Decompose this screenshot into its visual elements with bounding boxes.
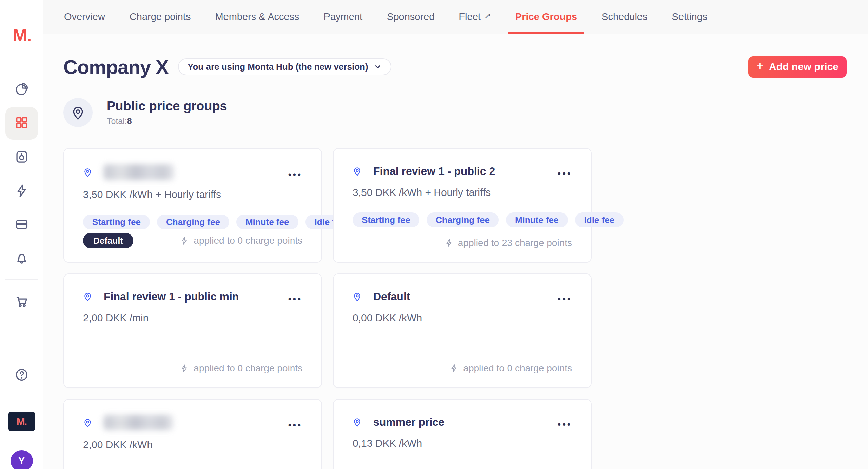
section-header: Public price groups Total:8 — [63, 98, 847, 127]
content: Company X You are using Monta Hub (the n… — [43, 34, 868, 469]
sidebar-item-payments[interactable] — [5, 209, 38, 241]
section-total: Total:8 — [107, 116, 227, 126]
top-navigation: Overview Charge points Members & Access … — [43, 0, 868, 34]
hub-version-dropdown[interactable]: You are using Monta Hub (the new version… — [178, 58, 391, 75]
shopping-cart-icon — [14, 294, 29, 310]
price-group-card[interactable]: 3,50 DKK /kWh + Hourly tariffs Starting … — [63, 148, 322, 263]
section-meta: Public price groups Total:8 — [107, 99, 227, 126]
card-price: 0,00 DKK /kWh — [353, 312, 572, 324]
sidebar-item-notifications[interactable] — [5, 242, 38, 275]
price-group-card[interactable]: Default 0,00 DKK /kWh applied to 0 charg… — [333, 273, 592, 388]
fee-tag: Charging fee — [427, 212, 499, 227]
chevron-down-icon — [374, 63, 382, 71]
tab-price-groups[interactable]: Price Groups — [508, 0, 584, 34]
applied-count: applied to 0 charge points — [194, 235, 302, 246]
tab-charge-points[interactable]: Charge points — [122, 0, 198, 34]
fee-tag: Minute fee — [506, 212, 568, 227]
location-pin-icon — [353, 166, 362, 176]
tab-settings[interactable]: Settings — [665, 0, 715, 34]
page-title: Company X — [63, 56, 169, 78]
blurred-card-title — [104, 164, 174, 180]
tab-schedules[interactable]: Schedules — [594, 0, 654, 34]
plus-icon: + — [756, 60, 764, 72]
applied-count: applied to 23 charge points — [458, 238, 572, 248]
lightning-icon — [179, 236, 190, 246]
help-icon — [14, 367, 29, 384]
card-title: Final review 1 - public 2 — [373, 165, 495, 178]
price-group-card[interactable]: Final review 1 - public min 2,00 DKK /mi… — [63, 273, 322, 388]
card-price: 2,00 DKK /kWh — [83, 439, 302, 450]
location-pin-icon — [83, 417, 92, 428]
main-area: Overview Charge points Members & Access … — [43, 0, 868, 469]
fee-tag: Charging fee — [157, 215, 229, 229]
bell-icon — [14, 250, 29, 267]
lightning-icon — [449, 363, 459, 373]
pie-chart-icon — [14, 82, 29, 98]
section-icon-circle — [63, 98, 93, 127]
more-menu-icon[interactable] — [558, 290, 572, 303]
applied-count: applied to 0 charge points — [463, 363, 572, 374]
price-group-card[interactable]: Final review 1 - public 2 3,50 DKK /kWh … — [333, 148, 592, 263]
location-pin-icon — [353, 417, 362, 427]
location-pin-icon — [83, 167, 92, 177]
more-menu-icon[interactable] — [558, 415, 572, 429]
default-badge: Default — [83, 233, 133, 248]
price-group-grid: 3,50 DKK /kWh + Hourly tariffs Starting … — [63, 148, 592, 469]
add-new-price-button[interactable]: + Add new price — [748, 56, 847, 78]
hub-version-label: You are using Monta Hub (the new version… — [188, 62, 368, 72]
sidebar-item-charge-points[interactable] — [5, 141, 38, 174]
sidebar: M. — [0, 0, 43, 469]
tab-members-access[interactable]: Members & Access — [208, 0, 306, 34]
price-group-card[interactable]: 2,00 DKK /kWh — [63, 399, 322, 469]
more-menu-icon[interactable] — [288, 290, 302, 303]
card-price: 3,50 DKK /kWh + Hourly tariffs — [353, 187, 572, 198]
card-price: 0,13 DKK /kWh — [353, 437, 572, 449]
location-pin-icon — [353, 291, 362, 302]
card-title: summer price — [373, 416, 445, 428]
lightning-icon — [179, 363, 190, 373]
sidebar-item-charges[interactable] — [5, 175, 38, 208]
blurred-card-title — [104, 415, 173, 430]
grid-icon — [14, 115, 29, 131]
user-avatar[interactable]: Y — [11, 450, 33, 469]
external-link-icon: ↗ — [484, 11, 491, 20]
credit-card-icon — [14, 217, 29, 233]
more-menu-icon[interactable] — [558, 164, 572, 178]
more-menu-icon[interactable] — [288, 165, 302, 179]
fee-tag: Starting fee — [83, 215, 150, 229]
workspace-logo[interactable]: M. — [8, 412, 35, 431]
monta-logo[interactable]: M. — [13, 24, 31, 45]
tab-fleet[interactable]: Fleet↗ — [452, 0, 498, 34]
sidebar-item-analytics[interactable] — [5, 74, 38, 106]
fee-tag: Idle fee — [575, 212, 624, 227]
card-price: 2,00 DKK /min — [83, 312, 302, 324]
tab-payment[interactable]: Payment — [317, 0, 370, 34]
sidebar-item-help[interactable] — [5, 359, 38, 392]
lightning-icon — [14, 183, 29, 200]
sidebar-divider — [5, 279, 38, 280]
section-title: Public price groups — [107, 99, 227, 114]
tab-sponsored[interactable]: Sponsored — [380, 0, 441, 34]
more-menu-icon[interactable] — [288, 416, 302, 429]
card-title: Default — [373, 290, 410, 303]
location-pin-icon — [71, 105, 85, 120]
card-title: Final review 1 - public min — [104, 290, 239, 303]
fee-tag: Starting fee — [353, 212, 419, 227]
tab-overview[interactable]: Overview — [57, 0, 112, 34]
sidebar-item-shop[interactable] — [5, 286, 38, 318]
card-price: 3,50 DKK /kWh + Hourly tariffs — [83, 189, 302, 200]
charge-point-icon — [14, 149, 29, 166]
page-header: Company X You are using Monta Hub (the n… — [63, 56, 847, 78]
location-pin-icon — [83, 291, 92, 302]
sidebar-item-dashboard-active[interactable] — [5, 107, 38, 140]
applied-count: applied to 0 charge points — [194, 363, 302, 374]
lightning-icon — [444, 238, 454, 248]
price-group-card[interactable]: summer price 0,13 DKK /kWh — [333, 399, 592, 469]
fee-tag: Minute fee — [236, 215, 298, 229]
